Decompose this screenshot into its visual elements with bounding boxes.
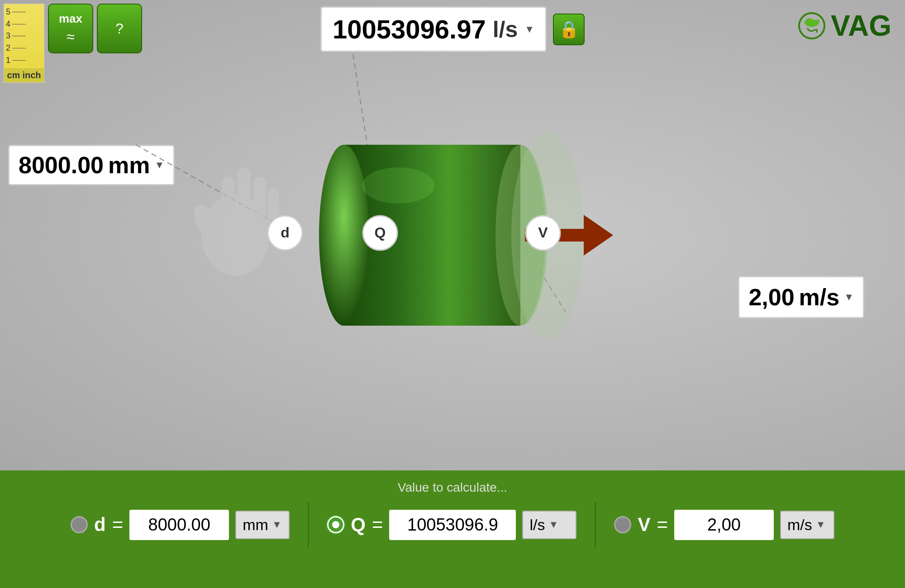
v-var-label: V (638, 514, 650, 536)
v-unit-dropdown[interactable]: m/s ▼ (780, 511, 834, 539)
velocity-unit: m/s (799, 284, 840, 311)
d-unit-dropdown[interactable]: mm ▼ (235, 511, 290, 539)
d-dropdown-arrow: ▼ (272, 519, 282, 531)
q-formula-group: Q = l/s ▼ (327, 510, 576, 540)
value-to-calculate-label: Value to calculate... (0, 470, 905, 502)
v-label-text: V (538, 224, 548, 241)
q-unit-text: l/s (529, 516, 545, 534)
svg-rect-8 (253, 176, 266, 228)
separator-1 (308, 502, 309, 547)
d-formula-group: d = mm ▼ (71, 510, 290, 540)
ruler-unit-labels[interactable]: cm inch (4, 68, 44, 82)
ruler-mark-2: 2 (4, 43, 44, 53)
d-equals: = (112, 514, 124, 536)
v-dropdown-arrow: ▼ (816, 519, 826, 531)
vag-brand-text: VAG (831, 9, 891, 43)
ruler-mark-1: 1 (4, 56, 44, 65)
v-unit-text: m/s (787, 516, 812, 534)
ruler-widget[interactable]: 5 4 3 2 1 cm inch (4, 4, 44, 83)
v-formula-group: V = m/s ▼ (614, 510, 834, 540)
v-radio[interactable] (614, 516, 631, 533)
lock-button[interactable]: 🔒 (553, 14, 585, 45)
d-value-input[interactable] (129, 510, 229, 540)
svg-rect-7 (238, 167, 250, 226)
d-var-label: d (94, 514, 106, 536)
q-label-text: Q (375, 224, 386, 241)
flow-dropdown-arrow[interactable]: ▼ (524, 24, 534, 35)
max-button-label: max (59, 12, 82, 26)
q-dropdown-arrow: ▼ (548, 519, 558, 531)
q-radio[interactable] (327, 516, 344, 533)
d-radio[interactable] (71, 516, 88, 533)
ruler-mark-3: 3 (4, 31, 44, 41)
separator-2 (595, 502, 596, 547)
flow-value: 10053096.97 (333, 14, 486, 44)
lock-icon: 🔒 (559, 20, 579, 39)
ruler-markings: 5 4 3 2 1 (4, 4, 44, 68)
pipe-scene-svg: d Q V (90, 45, 769, 384)
flow-unit: l/s (493, 16, 518, 43)
svg-marker-2 (247, 138, 274, 179)
main-canvas: 5 4 3 2 1 cm inch max ≈ ? VAG (0, 0, 905, 470)
pipe-highlight (362, 167, 434, 204)
d-label-text: d (281, 224, 290, 241)
q-equals: = (372, 514, 383, 536)
v-value-input[interactable] (674, 510, 774, 540)
vag-logo: VAG (798, 9, 891, 43)
q-value-input[interactable] (389, 510, 516, 540)
velocity-arrow-head (584, 215, 613, 256)
velocity-dropdown-arrow[interactable]: ▼ (844, 291, 854, 303)
pipe-front-ellipse (319, 145, 369, 326)
ruler-mark-5: 5 (4, 7, 44, 17)
ruler-inch-label[interactable]: inch (22, 70, 41, 81)
formula-row: d = mm ▼ Q = l/s ▼ V = (0, 502, 905, 547)
question-icon: ? (115, 20, 124, 37)
vag-logo-icon (798, 12, 825, 39)
d-unit-text: mm (243, 516, 268, 534)
ruler-cm-label[interactable]: cm (7, 70, 20, 81)
q-var-label: Q (351, 514, 366, 536)
hand-gesture (189, 167, 279, 276)
v-equals: = (657, 514, 668, 536)
bottom-bar: Value to calculate... d = mm ▼ Q = l/s ▼ (0, 470, 905, 588)
wave-icon: ≈ (67, 28, 75, 45)
q-unit-dropdown[interactable]: l/s ▼ (522, 511, 576, 539)
ruler-mark-4: 4 (4, 19, 44, 29)
svg-rect-6 (222, 176, 234, 226)
max-button[interactable]: max ≈ (48, 4, 93, 53)
